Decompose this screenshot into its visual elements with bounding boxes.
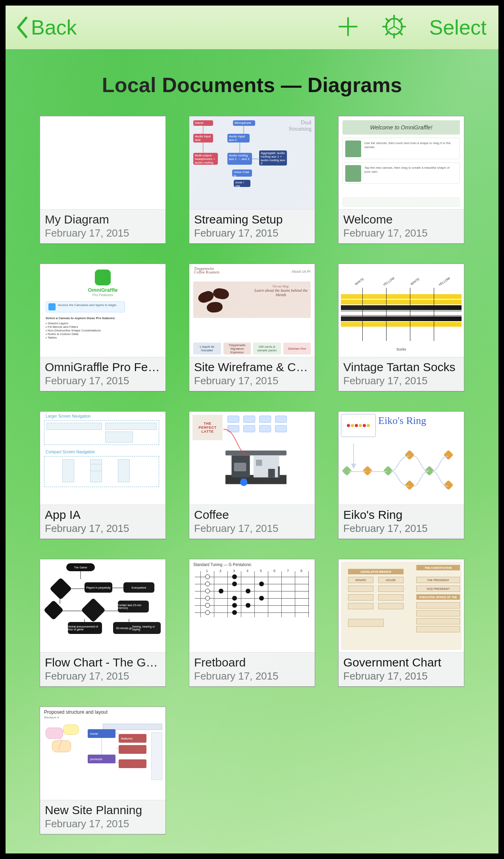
document-date: February 17, 2015 — [343, 670, 459, 682]
document-meta: App IA February 17, 2015 — [40, 505, 165, 539]
document-date: February 17, 2015 — [45, 818, 161, 830]
document-meta: New Site Planning February 17, 2015 — [40, 800, 165, 834]
add-button[interactable] — [332, 12, 364, 43]
document-title: Coffee — [194, 508, 310, 522]
document-meta: Eiko's Ring February 17, 2015 — [339, 505, 464, 539]
document-meta: Site Wireframe & Content February 17, 20… — [189, 357, 315, 391]
document-tile[interactable]: TreppenwitzCoffee Roasters About Us Pr O… — [189, 264, 315, 391]
content-area: Local Documents — Diagrams My Diagram Fe… — [6, 49, 498, 853]
document-meta: My Diagram February 17, 2015 — [40, 209, 165, 243]
document-meta: Streaming Setup February 17, 2015 — [189, 209, 315, 243]
plus-icon — [337, 15, 359, 39]
document-date: February 17, 2015 — [194, 227, 310, 239]
document-title: OmniGraffle Pro Features — [45, 360, 161, 374]
document-thumbnail: Larger Screen Navigation Compact Screen … — [40, 412, 165, 505]
document-title: Vintage Tartan Socks — [343, 360, 459, 374]
settings-button[interactable] — [378, 12, 410, 43]
document-tile[interactable]: My Diagram February 17, 2015 — [40, 116, 166, 244]
documents-grid: My Diagram February 17, 2015 DualStreami… — [33, 116, 471, 834]
document-title: Government Chart — [343, 656, 459, 669]
svg-line-10 — [394, 27, 400, 30]
document-tile[interactable]: LEGISLATIVE BRANCH THE CONSTITUTION SENA… — [338, 559, 464, 687]
svg-marker-23 — [352, 464, 356, 468]
document-tile[interactable]: DualStreaming Game audio Microphone Audi… — [189, 116, 315, 244]
document-date: February 17, 2015 — [194, 522, 310, 535]
select-button[interactable]: Select — [429, 15, 487, 39]
document-tile[interactable]: WHITE YELLOW WHITE YELLOW — [338, 264, 464, 391]
document-date: February 17, 2015 — [343, 375, 459, 387]
document-meta: Vintage Tartan Socks February 17, 2015 — [339, 357, 464, 391]
document-tile[interactable]: Welcome to OmniGraffle! Use the stencils… — [338, 116, 464, 244]
document-thumbnail: LEGISLATIVE BRANCH THE CONSTITUTION SENA… — [339, 559, 464, 652]
document-tile[interactable]: Standard Tuning — G Pentatonic 1 2 3 4 5… — [189, 559, 315, 687]
document-date: February 17, 2015 — [45, 522, 161, 535]
document-title: Streaming Setup — [194, 213, 310, 226]
svg-line-6 — [399, 32, 402, 35]
document-tile[interactable]: OmniGrafflePro Features Access the Canva… — [40, 264, 166, 391]
page-title: Local Documents — Diagrams — [33, 73, 471, 97]
document-title: App IA — [45, 508, 161, 522]
document-title: Eiko's Ring — [343, 508, 459, 522]
thumb-header: Welcome to OmniGraffle! — [342, 120, 460, 135]
document-meta: Fretboard February 17, 2015 — [189, 652, 315, 686]
document-meta: Government Chart February 17, 2015 — [339, 652, 464, 686]
document-date: February 17, 2015 — [45, 670, 161, 682]
svg-line-7 — [399, 19, 402, 21]
navbar: Back — [6, 6, 498, 49]
document-title: Site Wireframe & Content — [194, 360, 310, 374]
select-label: Select — [429, 16, 487, 39]
document-thumbnail: Eiko's Ring — [339, 412, 464, 505]
svg-line-5 — [386, 19, 389, 21]
document-thumbnail: Standard Tuning — G Pentatonic 1 2 3 4 5… — [189, 559, 315, 652]
document-title: Flow Chart - The Game — [45, 656, 161, 669]
document-date: February 17, 2015 — [194, 670, 310, 682]
document-thumbnail: WHITE YELLOW WHITE YELLOW — [339, 264, 464, 357]
svg-line-8 — [386, 32, 389, 35]
gear-icon — [382, 15, 406, 40]
document-meta: Welcome February 17, 2015 — [339, 209, 464, 243]
document-meta: Flow Chart - The Game February 17, 2015 — [40, 652, 165, 686]
document-tile[interactable]: THEPERFECTLATTE — [189, 411, 315, 539]
chevron-left-icon — [15, 16, 29, 39]
back-label: Back — [31, 15, 77, 39]
document-thumbnail: Proposed structure and layout Revision 4… — [40, 707, 165, 800]
document-date: February 17, 2015 — [45, 227, 161, 239]
document-title: My Diagram — [45, 213, 161, 226]
document-date: February 17, 2015 — [194, 375, 310, 387]
document-tile[interactable]: Eiko's Ring — [338, 411, 464, 539]
document-thumbnail: OmniGrafflePro Features Access the Canva… — [40, 264, 165, 357]
document-meta: Coffee February 17, 2015 — [189, 505, 315, 539]
document-thumbnail: THEPERFECTLATTE — [189, 412, 315, 505]
document-thumbnail — [40, 116, 165, 209]
document-tile[interactable]: Larger Screen Navigation Compact Screen … — [40, 411, 166, 539]
document-tile[interactable]: The Game Played in perpetuity Everywhere… — [40, 559, 166, 687]
document-thumbnail: DualStreaming Game audio Microphone Audi… — [189, 116, 315, 209]
document-title: Welcome — [343, 213, 459, 226]
document-thumbnail: The Game Played in perpetuity Everywhere… — [40, 559, 165, 652]
back-button[interactable]: Back — [15, 15, 77, 39]
document-thumbnail: TreppenwitzCoffee Roasters About Us Pr O… — [189, 264, 315, 357]
document-thumbnail: Welcome to OmniGraffle! Use the stencils… — [339, 116, 464, 209]
document-title: New Site Planning — [45, 803, 161, 817]
document-meta: OmniGraffle Pro Features February 17, 20… — [40, 357, 165, 391]
document-title: Fretboard — [194, 656, 310, 669]
document-date: February 17, 2015 — [343, 227, 459, 239]
document-date: February 17, 2015 — [45, 375, 161, 387]
svg-line-11 — [389, 27, 394, 30]
document-tile[interactable]: Proposed structure and layout Revision 4… — [40, 707, 166, 834]
document-date: February 17, 2015 — [343, 522, 459, 535]
